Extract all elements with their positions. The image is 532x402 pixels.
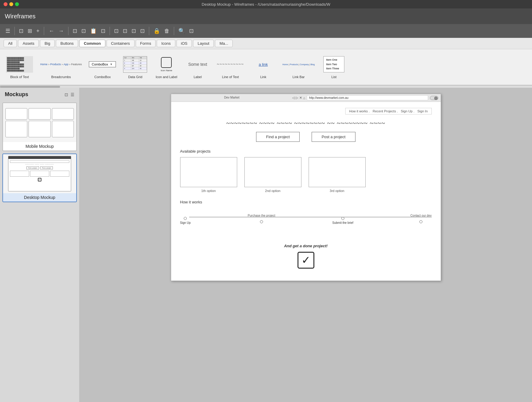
icon-and-label-thumbnail: Icon Name xyxy=(161,57,172,72)
topnav-link-signin[interactable]: Sign In xyxy=(417,109,428,113)
component-link[interactable]: a link Link xyxy=(251,55,275,79)
filter-layout[interactable]: Layout xyxy=(193,40,214,47)
wireframe-projects: Available projects 1th option 2nd option xyxy=(180,149,432,193)
step-4-above-label: Contact our dev xyxy=(410,214,432,217)
sidebar: Mockups ⊡ ☰ Mobile xyxy=(0,88,80,402)
project-box-2 xyxy=(244,157,301,187)
topnav-link-how[interactable]: How it works . xyxy=(349,109,370,113)
forward-button[interactable]: → xyxy=(57,27,66,35)
view-button-1[interactable]: ⊡ xyxy=(71,26,79,35)
hamburger-menu-button[interactable]: ☰ xyxy=(4,26,12,35)
projects-grid: 1th option 2nd option 3rd option xyxy=(180,157,432,193)
how-it-works-title: How it works xyxy=(180,200,432,204)
sidebar-grid-view-button[interactable]: ⊡ xyxy=(65,92,68,97)
traffic-lights xyxy=(4,2,19,6)
filter-all[interactable]: All xyxy=(4,40,17,47)
component-palette: ████████████████ ████████████████ ██████… xyxy=(0,49,532,85)
breadcrumbs-label: Breadcrumbs xyxy=(51,75,71,79)
hero-buttons: Find a project Post a project xyxy=(180,132,432,142)
project-label-1: 1th option xyxy=(180,189,237,193)
browser-home-button[interactable]: ⌂ xyxy=(303,96,305,100)
view-single-button[interactable]: ⊡ xyxy=(17,26,25,35)
block-of-text-preview: ████████████████ ████████████████ ██████… xyxy=(6,55,33,73)
line-of-text-thumbnail: ~~~~~~~~~~ xyxy=(217,62,244,67)
component-line-of-text[interactable]: ~~~~~~~~~~ Line of Text xyxy=(217,55,244,79)
timeline: Sign Up Purchase the project Submit the xyxy=(180,208,432,230)
back-button[interactable]: ← xyxy=(47,27,56,35)
delete-button[interactable]: 🗑 xyxy=(162,27,171,35)
hero-title: ~~~~~~~~ ~~~~ ~~~~ ~~~~~~~~ ~~ ~~~~~~~~ … xyxy=(180,119,432,127)
mobile-mockup-card[interactable]: Mobile Mockup xyxy=(2,102,77,151)
component-breadcrumbs[interactable]: Home > Products > App > Features Breadcr… xyxy=(40,55,82,79)
clipboard-button[interactable]: 📋 xyxy=(88,26,98,35)
view-grid-button[interactable]: ⊞ xyxy=(26,26,34,35)
block-of-text-thumbnail: ████████████████ ████████████████ ██████… xyxy=(6,56,33,73)
filter-bar: All Assets Big Buttons Common Containers… xyxy=(0,38,532,49)
label-preview: Some text xyxy=(188,55,207,73)
timeline-step-2: Purchase the project xyxy=(248,214,275,224)
component-label[interactable]: Some text Label xyxy=(186,55,210,79)
filter-forms[interactable]: Forms xyxy=(136,40,156,47)
browser-close-button[interactable]: ✕ xyxy=(299,96,302,100)
minimize-button[interactable] xyxy=(9,2,13,6)
timeline-dot-2 xyxy=(260,220,263,223)
component-data-grid[interactable]: Col Nm Val 1 AB 10 2 CD 20 3 EF 30 xyxy=(123,55,147,79)
filter-containers[interactable]: Containers xyxy=(107,40,135,47)
topnav-link-signup[interactable]: Sign Up . xyxy=(401,109,414,113)
step-3-label: Submit the brief xyxy=(332,221,353,224)
final-text: And get a done project! xyxy=(180,244,432,248)
combobox-thumbnail: ComboBox ▼ xyxy=(89,61,116,67)
timeline-dot-4 xyxy=(419,220,422,223)
component-block-of-text[interactable]: ████████████████ ████████████████ ██████… xyxy=(6,55,33,79)
sidebar-list-view-button[interactable]: ☰ xyxy=(71,92,74,97)
arrow-button[interactable]: ⊡ xyxy=(130,26,138,35)
maximize-button[interactable] xyxy=(15,2,19,6)
app-header: Wireframes xyxy=(0,8,532,24)
close-button[interactable] xyxy=(4,2,8,6)
link-bar-thumbnail: Home | Products | Company | Blog xyxy=(283,63,315,65)
sidebar-header: Mockups ⊡ ☰ xyxy=(0,88,79,100)
filter-ios[interactable]: iOS xyxy=(177,40,192,47)
view-button-2[interactable]: ⊡ xyxy=(80,26,88,35)
add-button[interactable]: + xyxy=(35,27,41,35)
filter-buttons[interactable]: Buttons xyxy=(56,40,78,47)
project-box-1 xyxy=(180,157,237,187)
project-label-3: 3rd option xyxy=(309,189,366,193)
topnav-link-recent[interactable]: Recent Projects . xyxy=(373,109,398,113)
toolbar-separator-1 xyxy=(14,27,15,35)
frame-button[interactable]: ⊡ xyxy=(112,26,120,35)
copy-button[interactable]: ⊡ xyxy=(99,26,107,35)
browser-url-input[interactable] xyxy=(307,95,428,100)
desktop-mockup-card[interactable]: ~~~~~~~~ ~~~~ ~~~~ ~~~~~~~~ Find a proje… xyxy=(2,154,77,202)
find-project-button[interactable]: Find a project xyxy=(256,132,300,142)
browser-forward-button[interactable]: ▷ xyxy=(296,96,298,100)
filter-icons[interactable]: Icons xyxy=(157,40,175,47)
filter-assets[interactable]: Assets xyxy=(18,40,39,47)
break-button[interactable]: ⊡ xyxy=(121,26,129,35)
toolbar: ☰ ⊡ ⊞ + ← → ⊡ ⊡ 📋 ⊡ ⊡ ⊡ ⊡ ⊡ 🔒 🗑 🔍 ⊡ xyxy=(0,24,532,38)
browser-toggle[interactable] xyxy=(430,96,438,100)
window-title: Desktop Mockup - Wireframes - /Users/nat… xyxy=(202,2,330,7)
mobile-mockup-name: Mobile Mockup xyxy=(3,142,76,151)
post-project-button[interactable]: Post a project xyxy=(312,132,355,142)
filter-common[interactable]: Common xyxy=(79,40,105,47)
palette-scrollbar[interactable] xyxy=(0,85,532,88)
toolbar-nav-group: ← → ⊡ ⊡ 📋 ⊡ ⊡ ⊡ ⊡ ⊡ 🔒 🗑 🔍 ⊡ xyxy=(47,26,195,35)
component-icon-and-label[interactable]: Icon Name Icon and Label xyxy=(154,55,178,79)
lock-button[interactable]: 🔒 xyxy=(152,26,162,35)
scrollbar-thumb[interactable] xyxy=(0,86,60,88)
breadcrumbs-preview: Home > Products > App > Features xyxy=(40,55,82,73)
export-button[interactable]: ⊡ xyxy=(187,26,195,35)
filter-more[interactable]: Ma... xyxy=(215,40,233,47)
wireframe-how-it-works: How it works Sign Up Purchase the projec… xyxy=(180,200,432,230)
component-combobox[interactable]: ComboBox ▼ ComboBox xyxy=(89,55,116,79)
wireframe-final: And get a done project! ✓ xyxy=(180,238,432,275)
distribute-button[interactable]: ⊡ xyxy=(138,26,147,35)
canvas-area[interactable]: Dev Market ◁ ▷ ✕ ⌂ How it works . xyxy=(80,88,532,402)
combobox-label: ComboBox xyxy=(94,75,110,79)
component-link-bar[interactable]: Home | Products | Company | Blog Link Ba… xyxy=(283,55,315,79)
component-list[interactable]: Item One Item Two Item Three List xyxy=(322,55,346,79)
search-button[interactable]: 🔍 xyxy=(177,26,187,35)
browser-back-button[interactable]: ◁ xyxy=(292,96,295,100)
filter-big[interactable]: Big xyxy=(40,40,55,47)
